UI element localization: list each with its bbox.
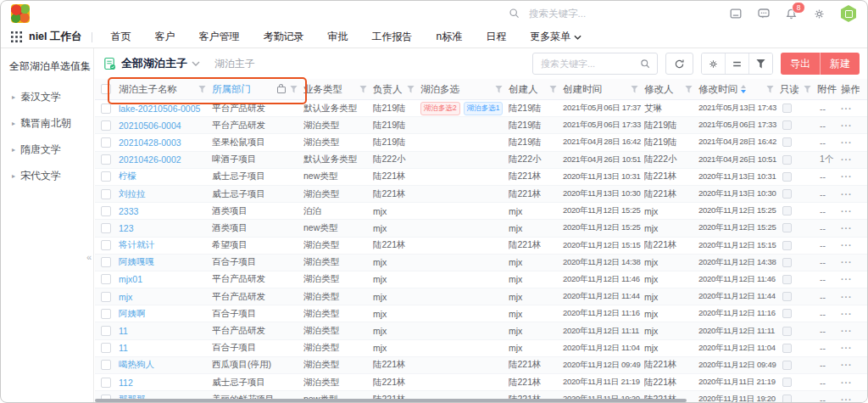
global-search[interactable]: [507, 7, 655, 21]
column-header[interactable]: 修改人: [644, 79, 698, 99]
row-actions[interactable]: ···: [841, 117, 860, 133]
nav-menu-item[interactable]: 客户管理: [187, 30, 252, 44]
row-actions[interactable]: ···: [841, 322, 860, 339]
nav-menu-item[interactable]: 考勤记录: [252, 30, 316, 44]
readonly-checkbox[interactable]: [782, 275, 792, 284]
filter-icon[interactable]: [748, 53, 772, 74]
row-checkbox[interactable]: [101, 104, 111, 114]
column-header[interactable]: 附件: [817, 79, 841, 99]
record-link[interactable]: 阿姨啊: [119, 308, 146, 320]
row-actions[interactable]: ···: [841, 152, 860, 168]
record-link[interactable]: 11: [119, 343, 128, 353]
readonly-checkbox[interactable]: [782, 137, 792, 147]
readonly-checkbox[interactable]: [782, 395, 792, 403]
record-link[interactable]: 20210506-0004: [119, 120, 181, 131]
view-title[interactable]: 全部湖泊主子: [121, 56, 187, 71]
readonly-checkbox[interactable]: [782, 223, 792, 232]
filter-funnel-icon[interactable]: [549, 86, 557, 93]
column-header[interactable]: 所属部门: [212, 79, 303, 99]
readonly-checkbox[interactable]: [782, 104, 792, 113]
record-link[interactable]: 123: [119, 223, 134, 233]
readonly-checkbox[interactable]: [782, 258, 792, 267]
table-settings-gear-icon[interactable]: [702, 53, 725, 74]
app-logo[interactable]: [11, 4, 30, 23]
record-link[interactable]: 刘拉拉: [119, 188, 146, 200]
record-link[interactable]: 20210426-0002: [119, 154, 181, 165]
column-header[interactable]: 创建人: [509, 79, 563, 99]
row-actions[interactable]: ···: [841, 100, 860, 116]
chevron-down-icon[interactable]: [192, 61, 200, 66]
refresh-button[interactable]: [665, 53, 693, 75]
row-actions[interactable]: ···: [841, 288, 860, 305]
row-checkbox[interactable]: [101, 326, 111, 336]
readonly-checkbox[interactable]: [782, 206, 792, 215]
search-icon[interactable]: [640, 59, 651, 70]
nav-menu-item[interactable]: 日程: [474, 30, 518, 44]
global-search-input[interactable]: [527, 8, 641, 20]
row-checkbox[interactable]: [101, 274, 111, 284]
nav-more-menu[interactable]: 更多菜单: [518, 30, 593, 44]
user-avatar[interactable]: [840, 5, 857, 22]
row-checkbox[interactable]: [101, 189, 111, 199]
row-checkbox[interactable]: [101, 360, 111, 370]
nav-menu-item[interactable]: 审批: [316, 30, 360, 44]
row-actions[interactable]: ···: [841, 186, 860, 202]
filter-funnel-icon[interactable]: [685, 86, 693, 93]
readonly-checkbox[interactable]: [782, 292, 792, 301]
record-link[interactable]: mjx: [119, 292, 132, 302]
sort-icon[interactable]: [741, 85, 746, 93]
column-header[interactable]: 修改时间: [698, 79, 780, 99]
row-checkbox[interactable]: [101, 343, 111, 353]
filter-funnel-icon[interactable]: [766, 86, 774, 93]
row-actions[interactable]: ···: [841, 357, 860, 373]
row-checkbox[interactable]: [101, 309, 111, 319]
filter-funnel-icon[interactable]: [198, 86, 206, 93]
select-all-checkbox[interactable]: [101, 84, 111, 94]
filter-funnel-icon[interactable]: [804, 86, 811, 93]
column-settings-icon[interactable]: [725, 53, 748, 74]
row-checkbox[interactable]: [101, 378, 111, 388]
column-header[interactable]: 湖泊主子名称: [119, 79, 212, 99]
nav-menu-item[interactable]: n标准: [425, 30, 475, 44]
readonly-checkbox[interactable]: [782, 241, 792, 250]
row-checkbox[interactable]: [101, 240, 111, 250]
column-header[interactable]: 创建时间: [563, 79, 644, 99]
filter-funnel-icon[interactable]: [631, 86, 638, 93]
sidebar-tree-item[interactable]: ▸魏晋南北朝: [1, 110, 93, 137]
row-actions[interactable]: ···: [841, 134, 860, 150]
sidebar-tree-item[interactable]: ▸秦汉文学: [1, 84, 93, 110]
row-checkbox[interactable]: [101, 137, 111, 148]
nav-menu-item[interactable]: 工作报告: [360, 30, 425, 44]
record-link[interactable]: 喝热狗人: [119, 359, 154, 371]
row-actions[interactable]: ···: [841, 169, 860, 185]
filter-funnel-icon[interactable]: [407, 86, 415, 93]
readonly-checkbox[interactable]: [782, 189, 792, 199]
readonly-checkbox[interactable]: [782, 172, 792, 182]
readonly-checkbox[interactable]: [782, 120, 792, 130]
record-link[interactable]: 柠檬: [119, 171, 136, 182]
apps-grid-icon[interactable]: [11, 31, 22, 42]
row-actions[interactable]: ···: [841, 340, 860, 356]
row-actions[interactable]: ···: [841, 271, 860, 288]
record-link[interactable]: 2333: [119, 206, 138, 216]
filter-funnel-icon[interactable]: [495, 86, 503, 93]
sidebar-tree-item[interactable]: ▸宋代文学: [1, 163, 93, 189]
readonly-checkbox[interactable]: [782, 155, 792, 165]
record-link[interactable]: 将计就计: [119, 239, 154, 251]
record-link[interactable]: mjx01: [119, 274, 142, 284]
record-link[interactable]: 11: [119, 326, 128, 336]
nav-menu-item[interactable]: 首页: [99, 30, 143, 44]
notification-bell-icon[interactable]: 8: [784, 7, 798, 21]
table-search[interactable]: [532, 53, 658, 75]
column-header[interactable]: 负责人: [373, 79, 420, 99]
row-checkbox[interactable]: [101, 171, 111, 182]
column-header[interactable]: 业务类型: [303, 79, 373, 99]
sidebar-collapse[interactable]: «: [86, 252, 92, 262]
row-checkbox[interactable]: [101, 223, 111, 233]
horizontal-scrollbar-thumb[interactable]: [95, 399, 687, 402]
filter-funnel-icon[interactable]: [290, 86, 298, 93]
nav-menu-item[interactable]: 客户: [143, 30, 187, 44]
header-select-all[interactable]: [95, 79, 119, 99]
readonly-checkbox[interactable]: [782, 378, 792, 387]
row-actions[interactable]: ···: [841, 374, 860, 390]
